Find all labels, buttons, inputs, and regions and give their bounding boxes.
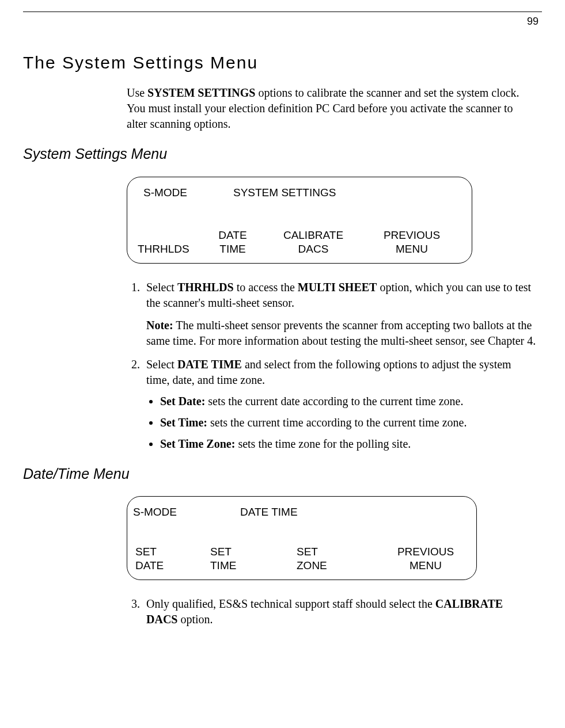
note-label: Note: xyxy=(146,319,173,331)
step1-note: Note: The multi-sheet sensor prevents th… xyxy=(146,318,536,349)
bullet-set-time-zone: Set Time Zone: sets the time zone for th… xyxy=(160,436,536,452)
lcd1-c1-l2: THRHLDS xyxy=(138,242,201,256)
lcd1-title: SYSTEM SETTINGS xyxy=(233,185,461,200)
lcd2-c3-l1: SET xyxy=(297,545,383,559)
step2-pre: Select xyxy=(146,358,177,371)
lcd1-option-thrhlds: THRHLDS xyxy=(138,228,201,256)
lcd2-option-previous-menu: PREVIOUS MENU xyxy=(383,545,468,573)
step3-post: option. xyxy=(177,613,213,626)
lcd1-option-date-time: DATE TIME xyxy=(201,228,264,256)
lcd2-c1-l1: SET xyxy=(135,545,210,559)
lcd2-c4-l1: PREVIOUS xyxy=(383,545,468,559)
bullet-set-date: Set Date: sets the current date accordin… xyxy=(160,394,536,409)
note-text: The multi-sheet sensor prevents the scan… xyxy=(146,319,536,347)
step1-pre: Select xyxy=(146,281,177,294)
section-title: The System Settings Menu xyxy=(23,51,542,75)
lcd-panel-date-time: S-MODE DATE TIME SET DATE SET TIME SET Z… xyxy=(127,496,477,580)
b2-label: Set Time: xyxy=(160,416,207,429)
lcd2-c2-l1: SET xyxy=(210,545,297,559)
lcd1-c2-l2: TIME xyxy=(201,242,264,256)
lcd2-option-set-time: SET TIME xyxy=(210,545,297,573)
lcd2-c2-l2: TIME xyxy=(210,559,297,573)
intro-paragraph: Use SYSTEM SETTINGS options to calibrate… xyxy=(127,85,536,132)
lcd1-c2-l1: DATE xyxy=(201,228,264,242)
lcd2-option-set-date: SET DATE xyxy=(135,545,210,573)
step-2: Select DATE TIME and select from the fol… xyxy=(143,357,536,452)
lcd1-c4-l2: MENU xyxy=(362,242,461,256)
lcd2-title: DATE TIME xyxy=(240,505,468,520)
step-1: Select THRHLDS to access the MULTI SHEET… xyxy=(143,280,536,349)
b3-label: Set Time Zone: xyxy=(160,437,235,450)
lcd1-c3-l2: DACS xyxy=(264,242,362,256)
lcd1-c4-l1: PREVIOUS xyxy=(362,228,461,242)
lcd1-c3-l1: CALIBRATE xyxy=(264,228,362,242)
lcd1-option-calibrate-dacs: CALIBRATE DACS xyxy=(264,228,362,256)
lcd2-c3-l2: ZONE xyxy=(297,559,383,573)
bullet-set-time: Set Time: sets the current time accordin… xyxy=(160,415,536,430)
page-number: 99 xyxy=(23,12,542,28)
subsection-date-time: Date/Time Menu xyxy=(23,464,542,484)
lcd1-option-previous-menu: PREVIOUS MENU xyxy=(362,228,461,256)
b1-text: sets the current date according to the c… xyxy=(205,395,463,407)
lcd2-option-set-zone: SET ZONE xyxy=(297,545,383,573)
b1-label: Set Date: xyxy=(160,395,205,407)
lcd2-c4-l2: MENU xyxy=(383,559,468,573)
subsection-system-settings: System Settings Menu xyxy=(23,144,542,164)
lcd2-c1-l2: DATE xyxy=(135,559,210,573)
step-3: Only qualified, ES&S technical support s… xyxy=(143,596,536,627)
step1-b2: MULTI SHEET xyxy=(298,281,377,294)
lcd-panel-system-settings: S-MODE SYSTEM SETTINGS THRHLDS DATE TIME… xyxy=(127,177,472,264)
lcd2-mode: S-MODE xyxy=(133,505,177,520)
step2-b1: DATE TIME xyxy=(177,358,242,371)
step1-mid: to access the xyxy=(234,281,298,294)
lcd1-mode: S-MODE xyxy=(143,185,187,200)
b2-text: sets the current time according to the c… xyxy=(207,416,467,429)
step3-pre: Only qualified, ES&S technical support s… xyxy=(146,597,435,610)
b3-text: sets the time zone for the polling site. xyxy=(235,437,411,450)
intro-bold: SYSTEM SETTINGS xyxy=(147,86,255,99)
step1-b1: THRHLDS xyxy=(177,281,234,294)
intro-pre: Use xyxy=(127,86,147,99)
